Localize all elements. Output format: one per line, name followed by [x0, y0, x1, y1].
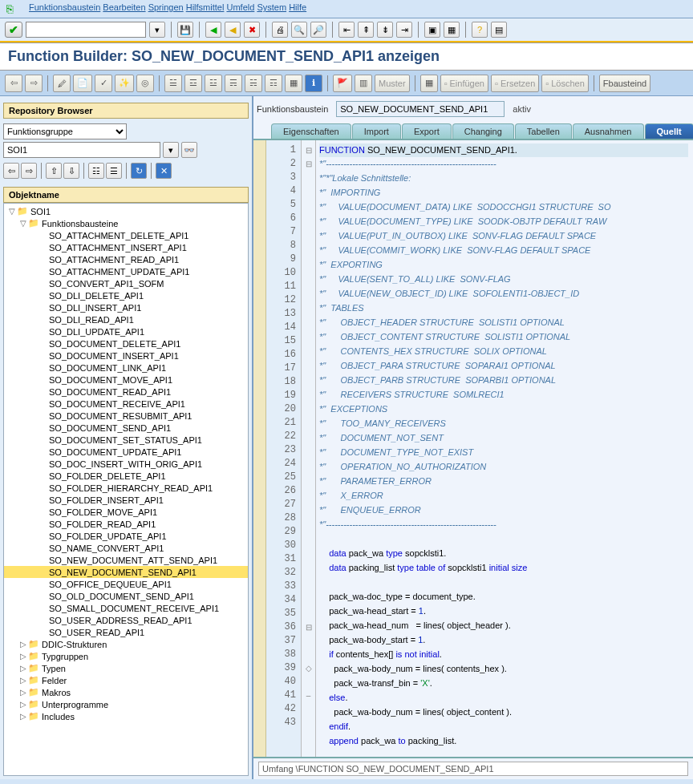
tree-item[interactable]: SO_DOC_INSERT_WITH_ORIG_API1 [4, 458, 248, 470]
fb-doc-button[interactable]: Fbausteind [599, 75, 650, 92]
tree-item[interactable]: SO_NAME_CONVERT_API1 [4, 542, 248, 554]
tree-item[interactable]: SO_FOLDER_INSERT_API1 [4, 494, 248, 506]
cancel-icon[interactable]: ✖ [244, 22, 260, 38]
menu-funktionsbaustein[interactable]: Funktionsbaustein [29, 2, 100, 12]
enter-button[interactable]: ✔ [5, 22, 22, 38]
tab-import[interactable]: Import [352, 123, 401, 139]
tb-btn-10[interactable]: ☵ [245, 75, 262, 92]
replace-button[interactable]: ▫ Ersetzen [491, 75, 539, 92]
tree-folder[interactable]: ▷📁Felder [4, 674, 248, 686]
insert-button[interactable]: ▫ Einfügen [440, 75, 488, 92]
menu-system[interactable]: System [257, 2, 286, 12]
last-page-icon[interactable]: ⇥ [396, 22, 412, 38]
breakpoint-button[interactable]: 🚩 [333, 75, 352, 92]
tree-item[interactable]: SO_ATTACHMENT_UPDATE_API1 [4, 265, 248, 277]
tree-folder[interactable]: ▷📁Typen [4, 662, 248, 674]
tree-root[interactable]: ▽📁SOI1 [4, 205, 248, 217]
tree-item[interactable]: SO_DOCUMENT_RESUBMIT_API1 [4, 410, 248, 422]
tree-prev-button[interactable]: ⇦ [3, 163, 19, 179]
tb-btn-11[interactable]: ☶ [265, 75, 282, 92]
code-editor[interactable]: FUNCTION SO_NEW_DOCUMENT_SEND_API1. *"--… [316, 140, 693, 757]
tree-item[interactable]: SO_NEW_DOCUMENT_ATT_SEND_API1 [4, 554, 248, 566]
object-name-input[interactable] [3, 142, 160, 158]
tree-item[interactable]: SO_DOCUMENT_DELETE_API1 [4, 337, 248, 350]
tree-item[interactable]: SO_DOCUMENT_SET_STATUS_API1 [4, 434, 248, 446]
tree-item[interactable]: SO_NEW_DOCUMENT_SEND_API1 [4, 566, 248, 578]
tab-eigenschaften[interactable]: Eigenschaften [271, 123, 351, 139]
next-object-button[interactable]: ⇨ [25, 75, 43, 92]
tree-close-button[interactable]: ✕ [156, 163, 172, 179]
prev-page-icon[interactable]: ⇞ [358, 22, 374, 38]
tab-ausnahmen[interactable]: Ausnahmen [573, 123, 644, 139]
test-button[interactable]: ◎ [136, 75, 154, 92]
tree-item[interactable]: SO_DOCUMENT_RECEIVE_API1 [4, 398, 248, 410]
tree-item[interactable]: SO_ATTACHMENT_READ_API1 [4, 253, 248, 265]
tab-quellt[interactable]: Quellt [645, 123, 694, 139]
check-button[interactable]: ✓ [95, 75, 112, 92]
find-next-icon[interactable]: 🔎 [310, 22, 326, 38]
display-button[interactable]: 👓 [181, 142, 197, 158]
tree-item[interactable]: SO_DLI_UPDATE_API1 [4, 325, 248, 337]
tree-collapse-button[interactable]: ☰ [106, 163, 122, 179]
first-page-icon[interactable]: ⇤ [338, 22, 355, 38]
command-field[interactable] [26, 22, 146, 38]
tree-item[interactable]: SO_DOCUMENT_LINK_API1 [4, 362, 248, 374]
menu-umfeld[interactable]: Umfeld [226, 2, 254, 12]
pattern-button[interactable]: Muster [375, 75, 410, 92]
tree-item[interactable]: SO_DLI_READ_API1 [4, 313, 248, 325]
tb-btn-7[interactable]: ☲ [184, 75, 202, 92]
print-icon[interactable]: 🖨 [272, 22, 288, 38]
tb-btn-9[interactable]: ☴ [225, 75, 242, 92]
tree-item[interactable]: SO_FOLDER_UPDATE_API1 [4, 530, 248, 542]
tree-item[interactable]: SO_DOCUMENT_SEND_API1 [4, 422, 248, 434]
activate-button[interactable]: ✨ [115, 75, 134, 92]
next-page-icon[interactable]: ⇟ [377, 22, 393, 38]
tab-tabellen[interactable]: Tabellen [515, 123, 572, 139]
dropdown-button[interactable]: ▾ [163, 142, 179, 158]
tree-folder[interactable]: ▷📁Unterprogramme [4, 698, 248, 710]
tree-item[interactable]: SO_FOLDER_READ_API1 [4, 518, 248, 530]
menu-bearbeiten[interactable]: Bearbeiten [103, 2, 145, 12]
find-icon[interactable]: 🔍 [291, 22, 307, 38]
tree-down-button[interactable]: ⇩ [63, 163, 79, 179]
tb-btn-12[interactable]: ▦ [285, 75, 302, 92]
object-type-select[interactable]: Funktionsgruppe [3, 123, 127, 139]
layout-icon[interactable]: ▤ [491, 22, 507, 38]
tb-btn-14[interactable]: ▥ [355, 75, 372, 92]
object-tree[interactable]: ▽📁SOI1 ▽📁Funktionsbausteine SO_ATTACHMEN… [3, 203, 249, 776]
back-icon[interactable]: ◀ [205, 22, 221, 38]
tree-next-button[interactable]: ⇨ [21, 163, 37, 179]
shortcut-icon[interactable]: ▦ [444, 22, 460, 38]
tree-folder[interactable]: ▷📁Typgruppen [4, 650, 248, 662]
tree-item[interactable]: SO_DOCUMENT_INSERT_API1 [4, 350, 248, 362]
tab-export[interactable]: Export [402, 123, 452, 139]
tab-changing[interactable]: Changing [452, 123, 514, 139]
tree-item[interactable]: SO_OFFICE_DEQUEUE_API1 [4, 578, 248, 590]
exit-icon[interactable]: ◀ [225, 22, 241, 38]
info-button[interactable]: ℹ [305, 75, 322, 92]
save-icon[interactable]: 💾 [177, 22, 193, 38]
tree-item[interactable]: SO_DOCUMENT_UPDATE_API1 [4, 446, 248, 458]
prev-object-button[interactable]: ⇦ [5, 75, 22, 92]
tb-btn-15[interactable]: ▦ [420, 75, 438, 92]
tree-item[interactable]: SO_OLD_DOCUMENT_SEND_API1 [4, 590, 248, 602]
tree-item[interactable]: SO_DLI_INSERT_API1 [4, 301, 248, 313]
tree-item[interactable]: SO_FOLDER_HIERARCHY_READ_API1 [4, 482, 248, 494]
tree-refresh-button[interactable]: ↻ [131, 163, 147, 179]
tree-item[interactable]: SO_DLI_DELETE_API1 [4, 289, 248, 301]
where-used-button[interactable]: ☱ [164, 75, 182, 92]
menu-hilfe[interactable]: Hilfe [289, 2, 306, 12]
tree-fb-folder[interactable]: ▽📁Funktionsbausteine [4, 217, 248, 229]
other-object-button[interactable]: 📄 [73, 75, 92, 92]
delete-button[interactable]: ▫ Löschen [541, 75, 589, 92]
new-session-icon[interactable]: ▣ [424, 22, 440, 38]
dropdown-button[interactable]: ▾ [149, 22, 165, 38]
tree-item[interactable]: SO_USER_ADDRESS_READ_API1 [4, 614, 248, 626]
tree-item[interactable]: SO_DOCUMENT_MOVE_API1 [4, 374, 248, 386]
tb-btn-8[interactable]: ☳ [205, 75, 222, 92]
menu-hilfsmittel[interactable]: Hilfsmittel [186, 2, 225, 12]
tree-item[interactable]: SO_ATTACHMENT_INSERT_API1 [4, 241, 248, 253]
tree-item[interactable]: SO_USER_READ_API1 [4, 626, 248, 638]
display-toggle-button[interactable]: 🖉 [53, 75, 71, 92]
help-icon[interactable]: ? [472, 22, 488, 38]
